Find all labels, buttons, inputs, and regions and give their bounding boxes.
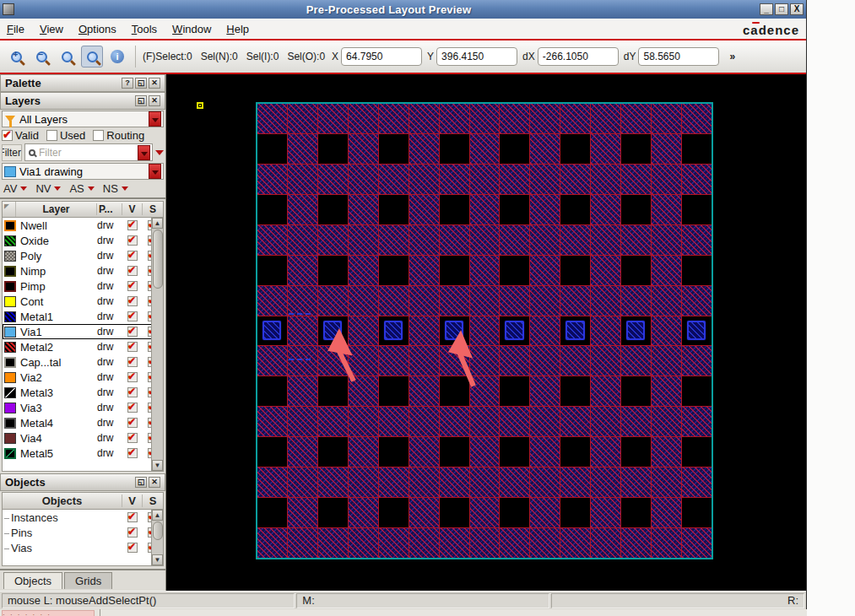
layer-row-nimp[interactable]: Nimpdrw [3, 263, 163, 278]
layer-visible-checkbox[interactable] [127, 342, 138, 352]
menu-help[interactable]: Help [226, 23, 249, 35]
quick-button-arrow-icon[interactable] [88, 186, 95, 191]
object-row-vias[interactable]: Vias [3, 540, 163, 555]
col-objects[interactable]: Objects [3, 494, 122, 507]
via1-shape[interactable] [565, 321, 584, 340]
quick-button-nv[interactable]: NV [35, 182, 51, 195]
palette-close-icon[interactable]: ✕ [149, 78, 160, 89]
tab-grids[interactable]: Grids [64, 572, 112, 589]
layer-filter-dropdown[interactable]: All Layers [2, 111, 164, 127]
sort-column[interactable] [3, 202, 16, 217]
layer-row-metal2[interactable]: Metal2drw [3, 339, 163, 354]
via1-shape[interactable] [323, 321, 342, 340]
palette-help-button[interactable]: ? [122, 78, 133, 89]
col-v[interactable]: V [122, 203, 143, 215]
menu-file[interactable]: File [7, 23, 24, 35]
objects-scroll-up-icon[interactable]: ▲ [152, 510, 163, 521]
layer-visible-checkbox[interactable] [127, 372, 138, 382]
scroll-up-icon[interactable]: ▲ [152, 218, 163, 229]
via1-shape[interactable] [384, 321, 403, 340]
via1-shape[interactable] [445, 321, 463, 340]
col-purpose[interactable]: P... [97, 203, 122, 215]
maximize-button[interactable]: □ [775, 3, 788, 15]
layer-visible-checkbox[interactable] [127, 266, 138, 276]
menu-tools[interactable]: Tools [132, 23, 157, 35]
layer-row-via3[interactable]: Via3drw [3, 400, 163, 415]
layer-visible-checkbox[interactable] [127, 327, 138, 337]
object-visible-checkbox[interactable] [127, 543, 138, 553]
col-layer[interactable]: Layer [16, 203, 97, 215]
search-dropdown-arrow[interactable] [138, 145, 150, 160]
filter-options-arrow[interactable] [155, 150, 164, 155]
info-icon[interactable]: i [106, 46, 128, 68]
layer-visible-checkbox[interactable] [127, 357, 138, 367]
layer-row-nwell[interactable]: Nwelldrw [3, 218, 163, 233]
layer-search-input[interactable] [39, 147, 136, 159]
zoom-in-icon[interactable]: + [5, 46, 27, 68]
layer-visible-checkbox[interactable] [127, 251, 138, 261]
active-layer-dropdown[interactable]: Via1 drawing [2, 163, 164, 180]
col-objects-v[interactable]: V [122, 494, 143, 507]
quick-button-arrow-icon[interactable] [20, 186, 27, 191]
zoom-out-icon[interactable]: − [30, 46, 52, 68]
palette-float-icon[interactable]: ◱ [135, 78, 147, 89]
via1-shape[interactable] [687, 321, 706, 340]
layer-filter-dropdown-arrow[interactable] [149, 111, 161, 127]
zoom-area-icon[interactable] [56, 46, 78, 68]
objects-float-icon[interactable]: ◱ [135, 477, 147, 488]
object-row-instances[interactable]: Instances [3, 510, 163, 525]
layer-row-metal3[interactable]: Metal3drw [3, 385, 163, 400]
layer-row-metal4[interactable]: Metal4drw [3, 415, 163, 430]
menu-view[interactable]: View [40, 23, 63, 35]
layer-visible-checkbox[interactable] [127, 296, 138, 306]
layers-float-icon[interactable]: ◱ [135, 95, 147, 106]
layer-visible-checkbox[interactable] [127, 433, 138, 443]
layer-visible-checkbox[interactable] [127, 448, 138, 458]
scroll-down-icon[interactable]: ▼ [152, 460, 163, 471]
checkbox-used[interactable] [46, 130, 57, 141]
coord-field-x[interactable] [341, 47, 422, 66]
layer-visible-checkbox[interactable] [127, 220, 138, 230]
checkbox-valid[interactable] [2, 130, 13, 141]
coord-field-y[interactable] [436, 47, 517, 66]
coord-field-dx[interactable] [538, 47, 619, 66]
zoom-fit-icon[interactable] [81, 46, 103, 68]
minimize-button[interactable]: _ [760, 3, 773, 15]
layer-row-poly[interactable]: Polydrw [3, 248, 163, 263]
via1-shape[interactable] [262, 321, 281, 340]
layer-row-via1[interactable]: Via1drw [3, 324, 163, 339]
via1-shape[interactable] [626, 321, 645, 340]
checkbox-routing[interactable] [93, 130, 104, 141]
layer-row-via2[interactable]: Via2drw [3, 370, 163, 385]
quick-button-av[interactable]: AV [3, 182, 17, 195]
toolbar-overflow-button[interactable]: » [726, 49, 739, 64]
object-row-pins[interactable]: Pins [3, 525, 163, 540]
quick-button-arrow-icon[interactable] [122, 186, 128, 191]
layer-row-metal5[interactable]: Metal5drw [3, 446, 163, 461]
layer-visible-checkbox[interactable] [127, 235, 138, 246]
layer-visible-checkbox[interactable] [127, 311, 138, 322]
quick-button-arrow-icon[interactable] [54, 186, 61, 191]
objects-close-icon[interactable]: ✕ [149, 477, 160, 488]
quick-button-as[interactable]: AS [69, 182, 84, 195]
layer-row-via4[interactable]: Via4drw [3, 430, 163, 446]
object-visible-checkbox[interactable] [127, 512, 138, 522]
layout-canvas[interactable] [166, 74, 806, 591]
via1-shape[interactable] [505, 321, 523, 340]
menu-window[interactable]: Window [172, 23, 211, 35]
layers-close-icon[interactable]: ✕ [149, 95, 160, 106]
layer-table-scrollbar[interactable]: ▲ ▼ [151, 218, 163, 471]
layer-row-cont[interactable]: Contdrw [3, 294, 163, 309]
layer-row-captal[interactable]: Cap...taldrw [3, 354, 163, 370]
col-s[interactable]: S [143, 203, 163, 215]
layer-row-metal1[interactable]: Metal1drw [3, 309, 163, 324]
layer-row-oxide[interactable]: Oxidedrw [3, 233, 163, 248]
objects-scroll-down-icon[interactable]: ▼ [152, 554, 163, 565]
active-layer-dropdown-arrow[interactable] [149, 164, 161, 179]
objects-scrollbar-thumb[interactable] [153, 521, 163, 540]
col-objects-s[interactable]: S [143, 494, 163, 507]
tab-objects[interactable]: Objects [3, 572, 62, 589]
objects-scrollbar[interactable]: ▲ ▼ [151, 510, 163, 565]
coord-field-dy[interactable] [638, 47, 719, 66]
layer-row-pimp[interactable]: Pimpdrw [3, 278, 163, 294]
